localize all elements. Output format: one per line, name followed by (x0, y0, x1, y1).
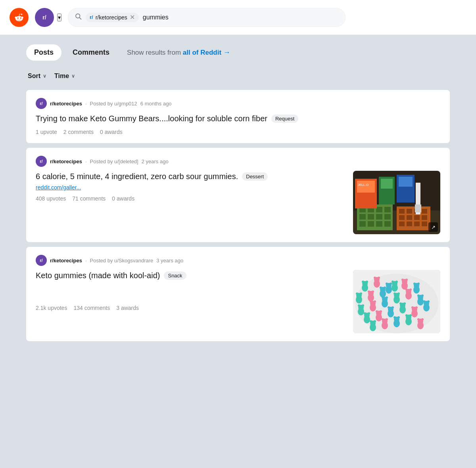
subreddit-pill-label: r/ (42, 14, 46, 21)
post-flair: Snack (164, 271, 186, 280)
post-content: Keto gummies (made with kool-aid) Snack … (36, 270, 347, 311)
reddit-logo[interactable] (10, 8, 29, 27)
post-link[interactable]: reddit.com/galler... (36, 184, 347, 191)
post-content: Trying to make Keto Gummy Bears....looki… (36, 113, 440, 135)
sub-icon: r/ (36, 156, 47, 167)
sub-name: r/ketorecipes (50, 258, 82, 264)
post-comments: 134 comments (73, 305, 110, 311)
post-stats: 1 upvote 2 comments 0 awards (36, 129, 440, 135)
post-awards: 0 awards (112, 195, 134, 202)
post-title-row: Trying to make Keto Gummy Bears....looki… (36, 113, 440, 124)
external-link-icon: ↗ (428, 222, 438, 232)
post-upvotes: 2.1k upvotes (36, 305, 67, 311)
tab-posts[interactable]: Posts (26, 44, 61, 61)
main-content: Posts Comments Show results from all of … (20, 35, 456, 355)
post-flair: Dessert (242, 172, 268, 181)
sub-icon: r/ (36, 98, 47, 109)
all-of-reddit-link[interactable]: all of Reddit → (183, 49, 230, 56)
sub-icon: r/ (36, 255, 47, 266)
filters: Sort ∨ Time ∨ (26, 70, 450, 82)
search-input[interactable] (143, 14, 339, 21)
post-title-row: Keto gummies (made with kool-aid) Snack (36, 270, 347, 281)
post-stats: 408 upvotes 71 comments 0 awards (36, 195, 347, 202)
post-title: 6 calorie, 5 minute, 4 ingredient, zero … (36, 171, 238, 182)
post-comments: 71 comments (72, 195, 106, 202)
post-title: Trying to make Keto Gummy Bears....looki… (36, 113, 267, 124)
search-tag-sub: r/ (90, 14, 93, 20)
post-body: Keto gummies (made with kool-aid) Snack … (36, 270, 440, 333)
post-awards: 3 awards (116, 305, 139, 311)
post-awards: 0 awards (100, 129, 123, 135)
post-upvotes: 1 upvote (36, 129, 57, 135)
post-meta: r/ r/ketorecipes · Posted by u/[deleted]… (36, 156, 440, 167)
search-bar: r/ r/ketorecipes ✕ (68, 8, 345, 27)
post-card[interactable]: r/ r/ketorecipes · Posted by u/gmp012 6 … (26, 90, 450, 143)
post-author: Posted by u/gmp012 (90, 101, 137, 107)
sort-label: Sort (28, 73, 40, 80)
header: r/ ▾ r/ r/ketorecipes ✕ (0, 0, 476, 35)
sort-chevron: ∨ (43, 73, 46, 79)
post-author: Posted by u/Skogsvandrare (90, 258, 154, 264)
post-body: 6 calorie, 5 minute, 4 ingredient, zero … (36, 171, 440, 234)
svg-line-2 (79, 17, 81, 19)
search-tag-name: r/ketorecipes (96, 14, 127, 21)
search-tag-close-button[interactable]: ✕ (130, 14, 135, 21)
tab-comments[interactable]: Comments (65, 44, 117, 61)
search-tabs: Posts Comments Show results from all of … (26, 44, 450, 61)
subreddit-pill[interactable]: r/ (35, 8, 54, 27)
time-chevron: ∨ (71, 73, 75, 79)
show-results-text: Show results from all of Reddit → (127, 48, 230, 57)
post-comments: 2 comments (63, 129, 94, 135)
sort-filter[interactable]: Sort ∨ (26, 70, 48, 82)
post-time: 6 months ago (140, 101, 172, 107)
time-filter[interactable]: Time ∨ (53, 70, 77, 82)
post-content: 6 calorie, 5 minute, 4 ingredient, zero … (36, 171, 347, 202)
subreddit-dropdown[interactable]: ▾ (57, 13, 61, 21)
post-stats: 2.1k upvotes 134 comments 3 awards (36, 305, 347, 311)
sub-name: r/ketorecipes (50, 159, 82, 164)
time-label: Time (54, 73, 69, 80)
post-flair: Request (271, 115, 298, 123)
sub-name: r/ketorecipes (50, 101, 82, 107)
post-body: Trying to make Keto Gummy Bears....looki… (36, 113, 440, 135)
post-author: Posted by u/[deleted] (90, 159, 138, 164)
search-tag: r/ r/ketorecipes ✕ (86, 13, 139, 22)
post-card[interactable]: r/ r/ketorecipes · Posted by u/Skogsvand… (26, 247, 450, 341)
post-upvotes: 408 upvotes (36, 195, 66, 202)
post-thumbnail (353, 270, 440, 333)
post-meta: r/ r/ketorecipes · Posted by u/Skogsvand… (36, 255, 440, 266)
post-card[interactable]: r/ r/ketorecipes · Posted by u/[deleted]… (26, 148, 450, 242)
post-time: 2 years ago (142, 159, 169, 164)
post-meta: r/ r/ketorecipes · Posted by u/gmp012 6 … (36, 98, 440, 109)
post-thumbnail: ↗ (353, 171, 440, 234)
search-icon (75, 13, 82, 22)
post-title-row: 6 calorie, 5 minute, 4 ingredient, zero … (36, 171, 347, 182)
post-title: Keto gummies (made with kool-aid) (36, 270, 160, 281)
post-time: 3 years ago (156, 258, 183, 264)
